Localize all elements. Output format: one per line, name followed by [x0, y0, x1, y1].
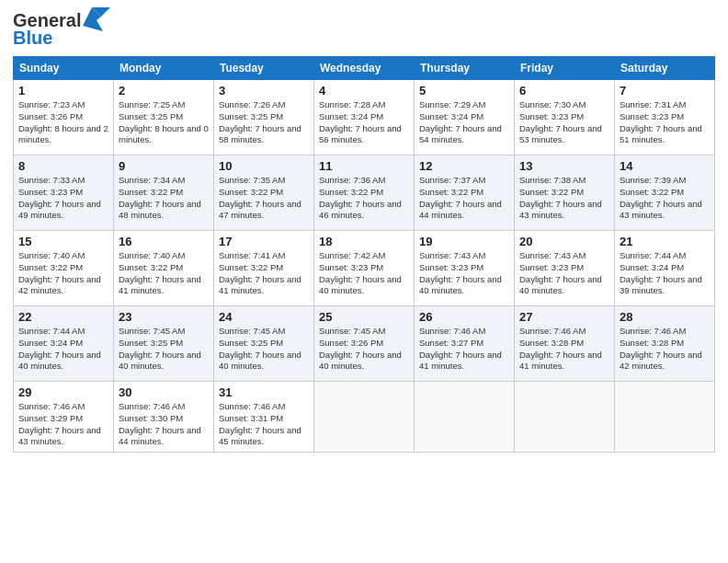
day-number: 16 [119, 235, 209, 248]
day-info: Sunrise: 7:45 AMSunset: 3:26 PMDaylight:… [319, 326, 409, 373]
day-info: Sunrise: 7:46 AMSunset: 3:30 PMDaylight:… [119, 401, 209, 448]
calendar-cell: 15Sunrise: 7:40 AMSunset: 3:22 PMDayligh… [14, 231, 114, 306]
day-info: Sunrise: 7:46 AMSunset: 3:31 PMDaylight:… [219, 401, 309, 448]
day-number: 18 [319, 235, 409, 248]
day-header-wednesday: Wednesday [314, 57, 415, 80]
day-number: 2 [119, 84, 209, 98]
calendar-cell: 18Sunrise: 7:42 AMSunset: 3:23 PMDayligh… [314, 231, 415, 306]
day-info: Sunrise: 7:46 AMSunset: 3:27 PMDaylight:… [419, 326, 509, 373]
day-number: 31 [219, 385, 309, 399]
day-info: Sunrise: 7:37 AMSunset: 3:22 PMDaylight:… [419, 175, 509, 222]
calendar-cell: 2Sunrise: 7:25 AMSunset: 3:25 PMDaylight… [114, 80, 214, 155]
calendar-cell: 24Sunrise: 7:45 AMSunset: 3:25 PMDayligh… [214, 306, 314, 382]
calendar-cell: 22Sunrise: 7:44 AMSunset: 3:24 PMDayligh… [14, 306, 114, 382]
day-header-monday: Monday [114, 57, 214, 80]
day-info: Sunrise: 7:30 AMSunset: 3:23 PMDaylight:… [519, 99, 609, 146]
day-info: Sunrise: 7:46 AMSunset: 3:28 PMDaylight:… [519, 326, 609, 373]
calendar-cell: 3Sunrise: 7:26 AMSunset: 3:25 PMDaylight… [214, 80, 314, 155]
day-info: Sunrise: 7:31 AMSunset: 3:23 PMDaylight:… [620, 99, 710, 146]
day-number: 24 [219, 310, 309, 324]
day-number: 5 [419, 84, 509, 98]
day-number: 12 [419, 159, 509, 173]
calendar-cell: 10Sunrise: 7:35 AMSunset: 3:22 PMDayligh… [214, 155, 314, 231]
day-number: 4 [319, 84, 409, 98]
day-info: Sunrise: 7:45 AMSunset: 3:25 PMDaylight:… [219, 326, 309, 373]
calendar-cell: 13Sunrise: 7:38 AMSunset: 3:22 PMDayligh… [515, 155, 615, 231]
header: General Blue [13, 9, 715, 49]
calendar-cell: 9Sunrise: 7:34 AMSunset: 3:22 PMDaylight… [114, 155, 214, 231]
day-number: 21 [620, 235, 710, 248]
calendar-cell: 25Sunrise: 7:45 AMSunset: 3:26 PMDayligh… [314, 306, 415, 382]
day-info: Sunrise: 7:41 AMSunset: 3:22 PMDaylight:… [219, 250, 309, 297]
day-info: Sunrise: 7:40 AMSunset: 3:22 PMDaylight:… [18, 250, 108, 297]
logo-icon [83, 7, 110, 31]
calendar-cell: 19Sunrise: 7:43 AMSunset: 3:23 PMDayligh… [415, 231, 515, 306]
day-info: Sunrise: 7:35 AMSunset: 3:22 PMDaylight:… [219, 175, 309, 222]
calendar-cell: 26Sunrise: 7:46 AMSunset: 3:27 PMDayligh… [415, 306, 515, 382]
day-info: Sunrise: 7:34 AMSunset: 3:22 PMDaylight:… [119, 175, 209, 222]
logo: General Blue [13, 9, 110, 49]
day-info: Sunrise: 7:29 AMSunset: 3:24 PMDaylight:… [419, 99, 509, 146]
day-header-saturday: Saturday [615, 57, 715, 80]
day-info: Sunrise: 7:46 AMSunset: 3:28 PMDaylight:… [620, 326, 710, 373]
calendar-cell: 30Sunrise: 7:46 AMSunset: 3:30 PMDayligh… [114, 382, 214, 453]
calendar-cell: 8Sunrise: 7:33 AMSunset: 3:23 PMDaylight… [14, 155, 114, 231]
calendar-cell: 4Sunrise: 7:28 AMSunset: 3:24 PMDaylight… [314, 80, 415, 155]
day-info: Sunrise: 7:45 AMSunset: 3:25 PMDaylight:… [119, 326, 209, 373]
day-info: Sunrise: 7:43 AMSunset: 3:23 PMDaylight:… [419, 250, 509, 297]
day-number: 28 [620, 310, 710, 324]
day-number: 23 [119, 310, 209, 324]
calendar-cell: 6Sunrise: 7:30 AMSunset: 3:23 PMDaylight… [515, 80, 615, 155]
calendar-cell: 7Sunrise: 7:31 AMSunset: 3:23 PMDaylight… [615, 80, 715, 155]
calendar-cell: 11Sunrise: 7:36 AMSunset: 3:22 PMDayligh… [314, 155, 415, 231]
calendar-cell: 1Sunrise: 7:23 AMSunset: 3:26 PMDaylight… [14, 80, 114, 155]
calendar-cell: 20Sunrise: 7:43 AMSunset: 3:23 PMDayligh… [515, 231, 615, 306]
calendar-cell: 17Sunrise: 7:41 AMSunset: 3:22 PMDayligh… [214, 231, 314, 306]
day-info: Sunrise: 7:33 AMSunset: 3:23 PMDaylight:… [18, 175, 108, 222]
day-number: 8 [18, 159, 108, 173]
calendar-cell: 23Sunrise: 7:45 AMSunset: 3:25 PMDayligh… [114, 306, 214, 382]
day-info: Sunrise: 7:40 AMSunset: 3:22 PMDaylight:… [119, 250, 209, 297]
day-number: 25 [319, 310, 409, 324]
calendar-cell [415, 382, 515, 453]
day-number: 7 [620, 84, 710, 98]
day-number: 9 [119, 159, 209, 173]
calendar-cell: 27Sunrise: 7:46 AMSunset: 3:28 PMDayligh… [515, 306, 615, 382]
calendar-cell [314, 382, 415, 453]
day-info: Sunrise: 7:42 AMSunset: 3:23 PMDaylight:… [319, 250, 409, 297]
day-header-tuesday: Tuesday [214, 57, 314, 80]
calendar-cell: 5Sunrise: 7:29 AMSunset: 3:24 PMDaylight… [415, 80, 515, 155]
calendar-cell [515, 382, 615, 453]
logo-blue-text: Blue [13, 28, 52, 49]
day-header-friday: Friday [515, 57, 615, 80]
day-number: 22 [18, 310, 108, 324]
day-info: Sunrise: 7:46 AMSunset: 3:29 PMDaylight:… [18, 401, 108, 448]
calendar-cell [615, 382, 715, 453]
day-info: Sunrise: 7:26 AMSunset: 3:25 PMDaylight:… [219, 99, 309, 146]
day-info: Sunrise: 7:44 AMSunset: 3:24 PMDaylight:… [620, 250, 710, 297]
calendar-cell: 28Sunrise: 7:46 AMSunset: 3:28 PMDayligh… [615, 306, 715, 382]
day-number: 11 [319, 159, 409, 173]
day-header-thursday: Thursday [415, 57, 515, 80]
day-number: 29 [18, 385, 108, 399]
calendar-cell: 12Sunrise: 7:37 AMSunset: 3:22 PMDayligh… [415, 155, 515, 231]
calendar-cell: 31Sunrise: 7:46 AMSunset: 3:31 PMDayligh… [214, 382, 314, 453]
day-number: 1 [18, 84, 108, 98]
calendar-table: SundayMondayTuesdayWednesdayThursdayFrid… [13, 56, 715, 453]
calendar-cell: 21Sunrise: 7:44 AMSunset: 3:24 PMDayligh… [615, 231, 715, 306]
day-number: 20 [519, 235, 609, 248]
day-number: 6 [519, 84, 609, 98]
day-number: 26 [419, 310, 509, 324]
day-info: Sunrise: 7:39 AMSunset: 3:22 PMDaylight:… [620, 175, 710, 222]
day-number: 27 [519, 310, 609, 324]
calendar-cell: 14Sunrise: 7:39 AMSunset: 3:22 PMDayligh… [615, 155, 715, 231]
day-info: Sunrise: 7:36 AMSunset: 3:22 PMDaylight:… [319, 175, 409, 222]
day-info: Sunrise: 7:44 AMSunset: 3:24 PMDaylight:… [18, 326, 108, 373]
day-number: 17 [219, 235, 309, 248]
day-number: 15 [18, 235, 108, 248]
day-number: 13 [519, 159, 609, 173]
calendar-cell: 16Sunrise: 7:40 AMSunset: 3:22 PMDayligh… [114, 231, 214, 306]
day-number: 30 [119, 385, 209, 399]
day-number: 19 [419, 235, 509, 248]
day-info: Sunrise: 7:43 AMSunset: 3:23 PMDaylight:… [519, 250, 609, 297]
